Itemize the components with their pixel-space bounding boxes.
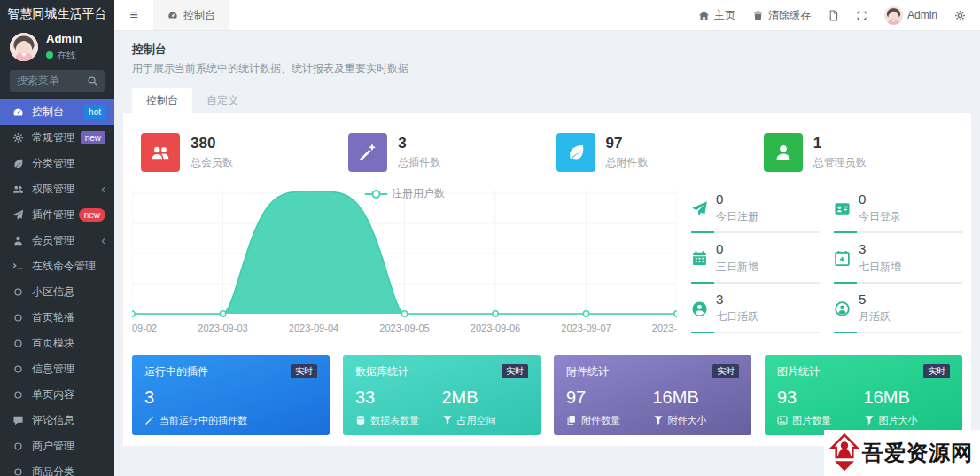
chevron-left-icon: ‹ [101,234,105,246]
legend-marker-icon [364,189,387,199]
sidebar-item-商户管理[interactable]: 商户管理 [0,433,114,459]
sidebar-item-label: 分类管理 [32,156,105,171]
topbar-right: 主页 清除缓存 Admin [698,0,980,30]
leaf-icon [556,133,595,172]
mini-stat-label: 七日活跃 [716,309,758,324]
summary-card-数据库统计: 数据库统计实时33数据表数量2MB占用空间 [343,355,541,435]
card-value: 2MB [442,386,529,408]
user-icon [12,235,25,246]
sidebar-item-分类管理[interactable]: 分类管理 [0,151,114,176]
topbar-user-menu[interactable]: Admin [884,6,937,25]
mini-stat-value: 0 [716,191,758,207]
tab-custom[interactable]: 自定义 [192,88,253,113]
card-value: 93 [777,386,864,408]
content-tabs: 控制台 自定义 [123,88,971,113]
mini-stat-bar [691,332,820,333]
summary-card-图片统计: 图片统计实时93图片数量16MB图片大小 [765,355,962,435]
circle-icon [12,466,25,476]
card-stat-label: 附件数量 [581,414,620,427]
dashboard-panel: 380总会员数3总插件数97总附件数1总管理员数 注册用户数 2023-09-0… [123,113,971,446]
card-stat-label: 图片大小 [879,414,918,427]
sidebar-item-label: 评论信息 [32,413,105,428]
legend-label: 注册用户数 [392,186,445,201]
funnel-icon [442,415,453,425]
mini-stat-今日注册: 0今日注册 [691,191,820,233]
realtime-badge: 实时 [712,364,739,378]
menu-badge: new [81,131,105,144]
mini-stat-value: 3 [859,241,901,256]
file-icon [828,10,839,21]
mini-stat-bar [834,282,962,284]
topbar-wipe-session[interactable] [828,10,839,21]
circle-icon [12,312,25,324]
stat-tile: 1总管理员数 [755,122,962,183]
circle-icon [12,389,25,401]
circle-icon [12,338,25,349]
mini-stat-七日活跃: 3七日活跃 [691,292,820,333]
search-icon[interactable] [87,75,98,87]
card-value: 16MB [864,386,951,408]
sidebar-item-在线命令管理[interactable]: 在线命令管理 [0,254,114,279]
mini-stat-bar [834,231,962,233]
realtime-badge: 实时 [923,364,950,378]
user-status: 在线 [46,49,82,62]
topbar-settings[interactable] [954,10,966,21]
user-icon [764,133,803,172]
mini-stat-value: 3 [716,292,758,307]
topbar-tab-dashboard[interactable]: 控制台 [153,0,229,30]
card-stat-label: 附件大小 [668,414,707,427]
sidebar-item-插件管理[interactable]: 插件管理new [0,202,114,228]
send-icon [12,209,25,221]
mini-stat-七日新增: 3七日新增 [834,241,962,283]
mini-stat-label: 月活跃 [859,309,891,324]
x-axis-label: 2023-09-03 [198,323,247,333]
sidebar-item-label: 控制台 [32,105,84,120]
watermark-text: 吾爱资源网 [862,439,973,467]
summary-cards-row: 运行中的插件实时3当前运行中的插件数数据库统计实时33数据表数量2MB占用空间附… [132,355,962,435]
card-value: 3 [144,386,317,408]
sidebar-item-控制台[interactable]: 控制台hot [0,99,114,125]
send-icon [691,193,708,224]
sidebar-item-单页内容[interactable]: 单页内容 [0,382,114,408]
sidebar-item-信息管理[interactable]: 信息管理 [0,356,114,382]
sidebar-item-商品分类[interactable]: 商品分类 [0,459,114,476]
online-dot-icon [46,51,53,59]
funnel-icon [864,415,875,425]
sidebar-item-label: 会员管理 [32,233,101,248]
stat-label: 总附件数 [606,155,649,170]
sidebar-item-首页模块[interactable]: 首页模块 [0,331,114,356]
sidebar-toggle-button[interactable]: ≡ [114,0,153,30]
card-stat-label: 图片数量 [792,414,831,427]
card-value: 33 [355,386,442,408]
x-axis-label: 2023-09-04 [289,323,338,333]
sidebar-item-会员管理[interactable]: 会员管理‹ [0,228,114,254]
chart-legend[interactable]: 注册用户数 [364,186,445,201]
x-axis-label: 2023-09-06 [471,323,520,333]
sidebar-item-权限管理[interactable]: 权限管理‹ [0,176,114,202]
fullscreen-icon [856,10,867,21]
middle-row: 注册用户数 2023-09-022023-09-032023-09-042023… [132,186,962,341]
sidebar-item-常规管理[interactable]: 常规管理new [0,125,114,151]
comment-icon [12,415,25,426]
tab-dashboard[interactable]: 控制台 [132,88,192,113]
sidebar-item-label: 小区信息 [32,285,105,300]
sidebar-item-首页轮播[interactable]: 首页轮播 [0,305,114,331]
card-title: 运行中的插件 [144,364,208,379]
gauge-icon [167,10,178,20]
user-name: Admin [46,32,82,46]
card-value: 97 [566,386,653,408]
sidebar-item-评论信息[interactable]: 评论信息 [0,408,114,433]
mini-stats-grid: 0今日注册0今日登录0三日新增3七日新增3七日活跃5月活跃 [691,186,962,341]
topbar-user-name: Admin [907,9,937,21]
sidebar-item-label: 权限管理 [32,182,101,197]
card-title: 附件统计 [566,364,609,379]
user-avatar [884,6,903,25]
topbar-home[interactable]: 主页 [698,8,735,23]
realtime-badge: 实时 [291,364,317,378]
card-title: 图片统计 [777,364,820,379]
sidebar-item-label: 首页模块 [32,336,105,351]
topbar-clear-cache[interactable]: 清除缓存 [752,8,811,23]
chevron-left-icon: ‹ [101,183,105,195]
sidebar-item-小区信息[interactable]: 小区信息 [0,279,114,305]
topbar-fullscreen[interactable] [856,10,867,21]
